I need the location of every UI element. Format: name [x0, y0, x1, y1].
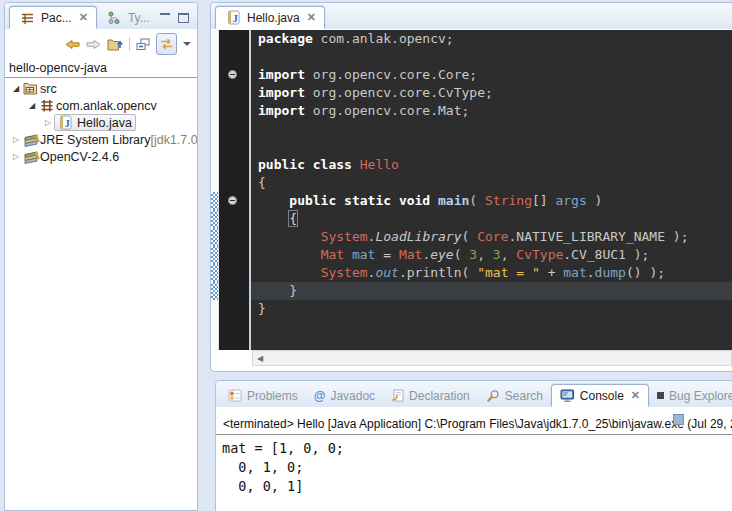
fold-gutter	[219, 84, 249, 102]
expand-arrow-icon[interactable]: ▷	[42, 118, 54, 127]
problems-icon	[228, 389, 242, 402]
fold-gutter	[219, 30, 249, 48]
tab-label: Bug Explorer	[669, 389, 732, 403]
fold-gutter	[219, 210, 249, 228]
console-output[interactable]: mat = [1, 0, 0; 0, 1, 0; 0, 0, 1]	[216, 435, 732, 496]
tree-item-hello.java[interactable]: ▷JHello.java	[5, 114, 197, 131]
javadoc-icon: @	[314, 389, 326, 403]
annotation-ruler	[211, 300, 219, 318]
horizontal-scrollbar[interactable]: ◀	[252, 350, 732, 366]
collapse-arrow-icon[interactable]: ◢	[10, 84, 22, 93]
package-explorer-toolbar	[5, 29, 197, 58]
console-tabstrip: Problems@JavadocDeclarationSearchConsole…	[216, 381, 732, 407]
library-icon	[22, 133, 40, 147]
method-range-indicator	[211, 210, 219, 228]
code-line-text: }	[251, 282, 732, 300]
expand-arrow-icon[interactable]: ▷	[10, 152, 22, 161]
tab-label: Search	[505, 389, 543, 403]
fold-collapse-icon[interactable]	[228, 196, 237, 205]
tab-problems[interactable]: Problems	[220, 384, 306, 407]
code-line	[211, 138, 732, 156]
code-line-text: import org.opencv.core.Core;	[251, 66, 732, 84]
tree-item-label: JRE System Library	[40, 133, 150, 147]
tree-item-label: com.anlak.opencv	[56, 99, 157, 113]
fold-gutter	[219, 102, 249, 120]
fold-gutter	[219, 282, 249, 300]
library-icon	[22, 150, 40, 164]
eclipse-workbench: Pac... ✕ Ty...	[0, 0, 732, 511]
code-line: }	[211, 300, 732, 318]
tab-type-hierarchy[interactable]: Ty...	[97, 6, 158, 29]
tab-label: Pac...	[41, 11, 72, 25]
project-root[interactable]: hello-opencv-java	[5, 58, 197, 77]
fold-gutter	[219, 300, 249, 318]
annotation-ruler	[211, 174, 219, 192]
code-line-text: public class Hello	[251, 156, 732, 174]
annotation-ruler	[211, 318, 219, 350]
code-line-text	[251, 138, 732, 156]
fold-gutter	[219, 138, 249, 156]
view-menu-icon[interactable]	[183, 35, 191, 53]
tree-item-com.anlak.opencv[interactable]: ◢com.anlak.opencv	[5, 97, 197, 114]
tab-bug-explorer[interactable]: Bug Explorer	[649, 384, 732, 407]
tab-label: Javadoc	[330, 389, 375, 403]
tab-console[interactable]: Console✕	[551, 384, 649, 407]
tab-declaration[interactable]: Declaration	[383, 384, 478, 407]
annotation-ruler	[211, 120, 219, 138]
tab-hello-java[interactable]: J Hello.java ✕	[215, 6, 325, 29]
close-icon[interactable]: ✕	[79, 11, 88, 24]
console-output-line: 0, 0, 1]	[222, 477, 732, 496]
tab-label: Declaration	[409, 389, 470, 403]
tab-javadoc[interactable]: @Javadoc	[306, 384, 383, 407]
code-editor[interactable]: package com.anlak.opencv;import org.open…	[211, 30, 732, 350]
package-explorer-view: Pac... ✕ Ty...	[4, 2, 198, 511]
tab-label: Console	[580, 389, 624, 403]
editor-area: J Hello.java ✕ package com.anlak.opencv;…	[210, 2, 732, 372]
maximize-icon[interactable]	[178, 13, 189, 23]
code-line: package com.anlak.opencv;	[211, 30, 732, 48]
annotation-ruler	[211, 102, 219, 120]
svg-text:J: J	[232, 13, 237, 24]
link-with-editor-icon[interactable]	[156, 33, 177, 55]
collapse-arrow-icon[interactable]: ◢	[26, 101, 38, 110]
close-icon[interactable]: ✕	[307, 11, 316, 24]
declaration-icon	[391, 389, 404, 402]
code-line: {	[211, 174, 732, 192]
go-up-icon[interactable]	[107, 35, 123, 53]
annotation-ruler	[211, 84, 219, 102]
minimize-icon[interactable]	[160, 13, 170, 23]
tree-item-opencv-2.4.6[interactable]: ▷OpenCV-2.4.6	[5, 148, 197, 165]
bug-icon	[657, 392, 664, 399]
package-explorer-tabstrip: Pac... ✕ Ty...	[5, 3, 197, 29]
code-line	[211, 120, 732, 138]
tab-label: Hello.java	[247, 11, 300, 25]
expand-arrow-icon[interactable]: ▷	[10, 135, 22, 144]
code-line: import org.opencv.core.Mat;	[211, 102, 732, 120]
code-line-text: Mat mat = Mat.eye( 3, 3, CvType.CV_8UC1 …	[251, 246, 732, 264]
fold-collapse-icon[interactable]	[228, 70, 237, 79]
code-line: System.out.println( "mat = " + mat.dump(…	[211, 264, 732, 282]
forward-icon[interactable]	[86, 35, 101, 53]
console-toolbar-icon[interactable]	[673, 414, 684, 425]
tree-item-jre-system-library[interactable]: ▷JRE System Library [jdk1.7.0	[5, 131, 197, 148]
tree-item-src[interactable]: ◢src	[5, 80, 197, 97]
code-line: System.LoadLibrary( Core.NATIVE_LIBRARY_…	[211, 228, 732, 246]
code-line-text: import org.opencv.core.CvType;	[251, 84, 732, 102]
close-icon[interactable]: ✕	[631, 389, 640, 402]
tab-package-explorer[interactable]: Pac... ✕	[9, 6, 97, 29]
tab-search[interactable]: Search	[478, 384, 551, 407]
code-line-text: package com.anlak.opencv;	[251, 30, 732, 48]
fold-gutter	[219, 156, 249, 174]
scroll-left-icon[interactable]: ◀	[253, 354, 263, 363]
code-line	[211, 48, 732, 66]
code-line-text: System.LoadLibrary( Core.NATIVE_LIBRARY_…	[251, 228, 732, 246]
tree-separator	[5, 77, 197, 78]
back-icon[interactable]	[65, 35, 80, 53]
code-line-text	[251, 120, 732, 138]
editor-tabstrip: J Hello.java ✕	[211, 3, 732, 29]
source-folder-icon	[22, 82, 40, 95]
selected-tree-item[interactable]: JHello.java	[54, 114, 136, 131]
collapse-all-icon[interactable]	[136, 35, 150, 53]
package-explorer-tree[interactable]: ◢src◢com.anlak.opencv▷JHello.java▷JRE Sy…	[5, 80, 197, 165]
code-line-text: }	[251, 300, 732, 318]
